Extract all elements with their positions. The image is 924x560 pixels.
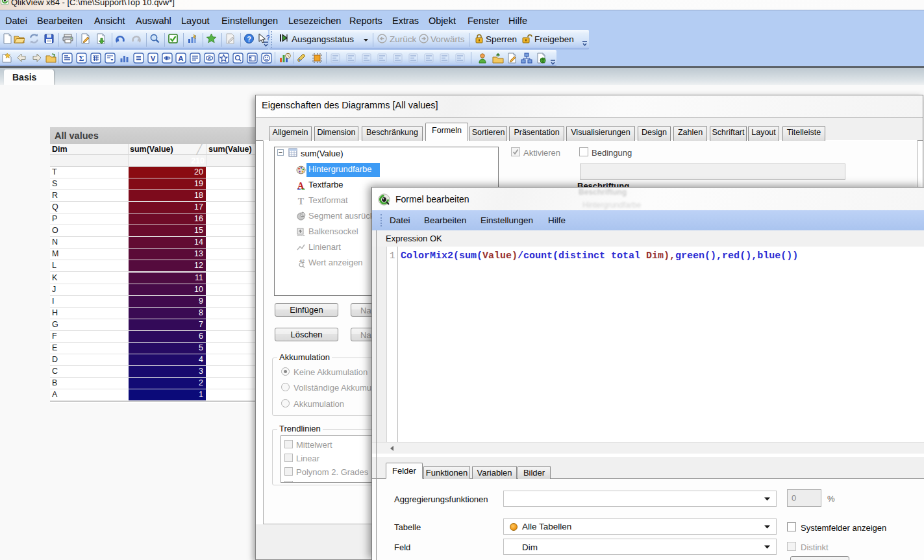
svg-text:V: V	[151, 55, 156, 62]
svg-text:?: ?	[266, 34, 270, 42]
svg-text:Σ: Σ	[79, 54, 84, 63]
svg-text:A: A	[178, 55, 183, 62]
svg-text:T: T	[298, 197, 305, 206]
svg-text:?: ?	[247, 35, 251, 43]
svg-text:6: 6	[208, 56, 211, 62]
